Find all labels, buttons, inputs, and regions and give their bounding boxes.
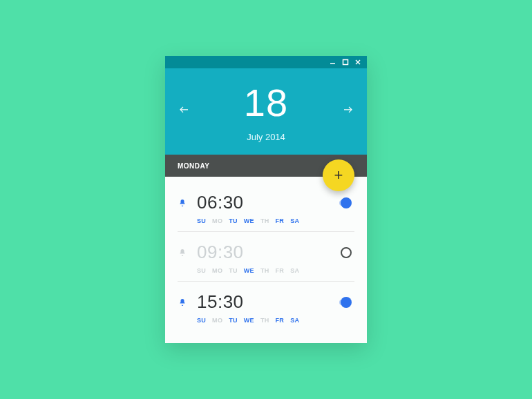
toggle-dot-icon	[341, 247, 352, 258]
day-label[interactable]: FR	[276, 317, 285, 324]
month-year-label: July 2014	[165, 132, 367, 142]
alarm-time: 09:30	[197, 242, 244, 263]
day-label[interactable]: WE	[244, 267, 254, 274]
add-alarm-button[interactable]: +	[323, 159, 354, 191]
close-button[interactable]	[354, 59, 361, 66]
day-label[interactable]: MO	[212, 267, 222, 274]
alarm-row[interactable]: 06:30SUMOTUWETHFRSA	[178, 182, 354, 232]
day-of-week-label: MONDAY	[178, 162, 210, 170]
day-label[interactable]: WE	[244, 317, 254, 324]
bell-icon	[178, 248, 187, 257]
day-label[interactable]: FR	[276, 267, 285, 274]
alarm-row[interactable]: 15:30SUMOTUWETHFRSA	[178, 282, 354, 331]
alarm-toggle[interactable]	[341, 247, 354, 261]
prev-day-button[interactable]	[173, 98, 196, 120]
day-label[interactable]: WE	[244, 217, 254, 224]
plus-icon: +	[334, 168, 343, 183]
next-day-button[interactable]	[336, 98, 359, 120]
alarm-days: SUMOTUWETHFRSA	[178, 267, 354, 274]
minimize-button[interactable]	[330, 59, 336, 66]
alarm-card: 18 July 2014 MONDAY + 06:30SUMOTUWETHFRS…	[165, 56, 367, 343]
alarm-time: 15:30	[197, 291, 244, 313]
alarm-time: 06:30	[197, 192, 244, 213]
alarm-days: SUMOTUWETHFRSA	[178, 217, 354, 224]
alarm-toggle[interactable]	[341, 197, 354, 211]
day-label[interactable]: SU	[197, 317, 206, 324]
alarm-toggle[interactable]	[341, 297, 354, 311]
window-titlebar	[165, 56, 367, 68]
day-label[interactable]: MO	[212, 317, 222, 324]
day-label[interactable]: TU	[229, 317, 238, 324]
alarm-row-main: 06:30	[178, 192, 354, 213]
day-label[interactable]: SU	[197, 267, 206, 274]
toggle-dot-icon	[341, 297, 352, 308]
alarm-row-main: 15:30	[178, 291, 354, 313]
maximize-button[interactable]	[342, 59, 349, 66]
day-label[interactable]: SA	[290, 267, 299, 274]
day-label[interactable]: FR	[276, 217, 285, 224]
day-label[interactable]: SA	[290, 217, 299, 224]
alarm-list: 06:30SUMOTUWETHFRSA09:30SUMOTUWETHFRSA15…	[165, 177, 367, 343]
day-label[interactable]: MO	[212, 217, 222, 224]
alarm-row[interactable]: 09:30SUMOTUWETHFRSA	[178, 232, 354, 282]
svg-rect-1	[343, 60, 348, 65]
bell-icon	[178, 298, 187, 307]
toggle-dot-icon	[341, 197, 352, 208]
day-label[interactable]: TU	[229, 267, 238, 274]
day-label[interactable]: SA	[290, 317, 299, 324]
bell-icon	[178, 198, 187, 208]
day-label[interactable]: TH	[260, 217, 269, 224]
day-label[interactable]: SU	[197, 217, 206, 224]
alarm-row-main: 09:30	[178, 242, 354, 263]
date-header: 18 July 2014	[165, 68, 367, 155]
day-label[interactable]: TH	[260, 267, 269, 274]
alarm-days: SUMOTUWETHFRSA	[178, 317, 354, 324]
day-label[interactable]: TU	[229, 217, 238, 224]
day-label[interactable]: TH	[260, 317, 269, 324]
